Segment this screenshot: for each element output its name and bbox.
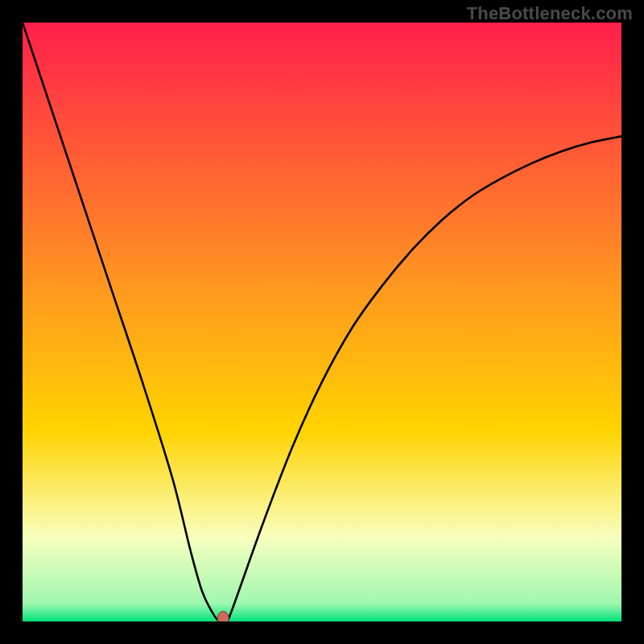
watermark-text: TheBottleneck.com <box>467 3 633 24</box>
plot-area <box>23 23 621 621</box>
minimum-marker <box>217 612 229 622</box>
gradient-background <box>23 23 621 621</box>
chart-frame: TheBottleneck.com <box>0 0 644 644</box>
chart-svg <box>23 23 621 621</box>
